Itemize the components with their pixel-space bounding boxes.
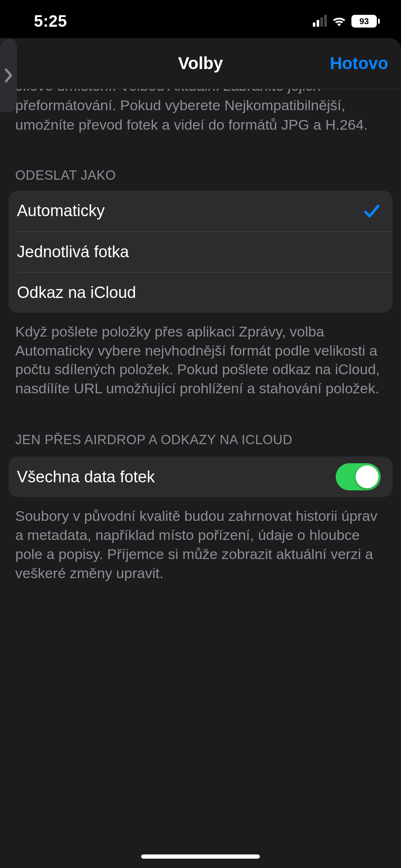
send-as-footer: Když pošlete položky přes aplikaci Zpráv… xyxy=(0,313,401,398)
cellular-signal-icon xyxy=(313,16,327,27)
battery-indicator: 93 xyxy=(351,15,380,28)
all-photo-data-toggle[interactable] xyxy=(336,463,381,490)
option-label: Odkaz na iCloud xyxy=(17,284,136,302)
back-edge-button[interactable] xyxy=(0,38,17,112)
nav-title: Volby xyxy=(178,54,223,73)
option-icloud-link[interactable]: Odkaz na iCloud xyxy=(17,272,393,313)
home-indicator[interactable] xyxy=(141,854,260,859)
done-button[interactable]: Hotovo xyxy=(330,38,388,89)
option-automatic[interactable]: Automaticky xyxy=(8,191,393,231)
row-label: Všechna data fotek xyxy=(17,468,155,486)
send-as-list: Automaticky Jednotlivá fotka Odkaz na iC… xyxy=(8,191,393,313)
status-bar: 5:25 93 xyxy=(0,0,401,42)
status-indicators: 93 xyxy=(313,15,380,28)
airdrop-footer: Soubory v původní kvalitě budou zahrnova… xyxy=(0,497,401,583)
nav-bar: Volby Hotovo xyxy=(0,38,401,89)
options-sheet: Volby Hotovo cílové umístění. Volbou Akt… xyxy=(0,38,401,868)
option-label: Automaticky xyxy=(17,202,105,220)
option-label: Jednotlivá fotka xyxy=(17,243,129,261)
airdrop-header: JEN PŘES AIRDROP A ODKAZY NA ICLOUD xyxy=(0,431,401,456)
battery-level: 93 xyxy=(359,17,369,26)
checkmark-icon xyxy=(362,202,381,220)
option-individual-photo[interactable]: Jednotlivá fotka xyxy=(17,231,393,272)
previous-section-footer: cílové umístění. Volbou Aktuální zabrání… xyxy=(0,89,401,135)
status-time: 5:25 xyxy=(34,12,67,31)
airdrop-list: Všechna data fotek xyxy=(8,456,393,497)
toggle-knob xyxy=(356,465,379,488)
chevron-right-icon xyxy=(4,67,13,84)
all-photo-data-row[interactable]: Všechna data fotek xyxy=(8,456,393,497)
send-as-header: ODESLAT JAKO xyxy=(0,168,401,191)
wifi-icon xyxy=(332,16,346,27)
content-scroll[interactable]: cílové umístění. Volbou Aktuální zabrání… xyxy=(0,89,401,868)
